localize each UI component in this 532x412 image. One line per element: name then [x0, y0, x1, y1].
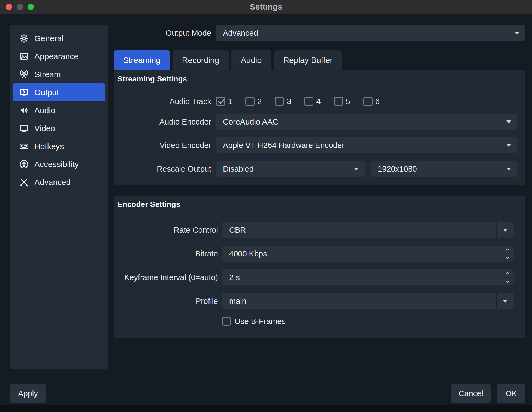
rescale-resolution-select[interactable]: 1920x1080 [371, 161, 517, 177]
rate-control-label: Rate Control [114, 226, 218, 235]
output-mode-row: Output Mode Advanced [114, 25, 525, 41]
antenna-icon [19, 69, 29, 79]
decrement-button[interactable] [501, 254, 514, 262]
sidebar-item-label: Stream [34, 70, 61, 79]
tab-audio[interactable]: Audio [231, 50, 271, 70]
sidebar-item-label: Accessibility [34, 160, 79, 169]
audio-track-6-checkbox[interactable] [363, 97, 373, 106]
increment-button[interactable] [501, 269, 514, 278]
output-tabbar: Streaming Recording Audio Replay Buffer [114, 50, 525, 70]
tab-recording[interactable]: Recording [173, 50, 229, 70]
output-icon [19, 87, 29, 97]
rescale-output-select[interactable]: Disabled [216, 161, 365, 177]
output-mode-select[interactable]: Advanced [216, 25, 525, 41]
keyframe-stepper [501, 269, 514, 285]
tab-label: Recording [182, 56, 219, 65]
audio-track-3-label: 3 [287, 97, 291, 106]
chevron-down-icon [500, 114, 517, 130]
bitrate-row: Bitrate 4000 Kbps [114, 246, 514, 262]
audio-track-5[interactable]: 5 [334, 97, 350, 106]
selected-value: CoreAudio AAC [216, 117, 500, 126]
audio-track-1-checkbox[interactable] [216, 97, 225, 106]
rescale-output-row: Rescale Output Disabled 1920x1080 [114, 161, 517, 177]
profile-label: Profile [114, 297, 218, 306]
sidebar-item-label: Video [34, 124, 55, 133]
cancel-button[interactable]: Cancel [451, 384, 491, 403]
sidebar-item-label: Appearance [34, 52, 78, 61]
decrement-button[interactable] [501, 278, 514, 286]
chevron-down-icon [508, 25, 525, 41]
tab-streaming[interactable]: Streaming [114, 50, 170, 70]
tab-replay-buffer[interactable]: Replay Buffer [274, 50, 342, 70]
chevron-down-icon [496, 293, 514, 309]
audio-track-3[interactable]: 3 [275, 97, 291, 106]
close-button[interactable] [6, 4, 12, 10]
selected-value: Disabled [216, 165, 347, 174]
audio-track-4[interactable]: 4 [304, 97, 321, 106]
bitrate-stepper [501, 246, 514, 262]
audio-track-5-checkbox[interactable] [334, 97, 343, 106]
audio-track-1[interactable]: 1 [216, 97, 232, 106]
bitrate-label: Bitrate [114, 249, 218, 258]
streaming-settings-panel: Streaming Settings Audio Track 1 2 3 [114, 70, 525, 185]
audio-track-2-label: 2 [257, 97, 262, 106]
use-b-frames-checkbox[interactable] [222, 317, 231, 326]
minimize-button[interactable] [17, 4, 23, 10]
window-bottom-edge [0, 405, 532, 412]
audio-track-label: Audio Track [114, 97, 211, 106]
use-b-frames-label: Use B-Frames [235, 317, 286, 326]
settings-window: Settings General Appearance Stream Outpu… [0, 0, 532, 412]
sidebar-item-output[interactable]: Output [13, 83, 105, 101]
rate-control-select[interactable]: CBR [222, 222, 514, 238]
sidebar-item-appearance[interactable]: Appearance [13, 47, 105, 65]
rate-control-row: Rate Control CBR [114, 222, 514, 238]
audio-track-6[interactable]: 6 [363, 97, 380, 106]
sidebar-item-audio[interactable]: Audio [13, 101, 105, 119]
bitrate-input[interactable]: 4000 Kbps [222, 246, 514, 262]
audio-track-2-checkbox[interactable] [245, 97, 255, 106]
audio-track-3-checkbox[interactable] [275, 97, 284, 106]
chevron-down-icon [347, 161, 365, 177]
increment-button[interactable] [501, 246, 514, 254]
chevron-down-icon [500, 137, 517, 153]
apply-button[interactable]: Apply [10, 384, 46, 403]
speaker-icon [19, 105, 29, 115]
sidebar-item-general[interactable]: General [13, 29, 105, 47]
field-value: 2 s [222, 273, 501, 282]
keyframe-interval-input[interactable]: 2 s [222, 269, 514, 285]
selected-value: Apple VT H264 Hardware Encoder [216, 141, 500, 150]
audio-encoder-row: Audio Encoder CoreAudio AAC [114, 114, 517, 130]
audio-track-5-label: 5 [346, 97, 350, 106]
sidebar-item-label: Output [34, 88, 59, 97]
audio-encoder-select[interactable]: CoreAudio AAC [216, 114, 517, 130]
profile-select[interactable]: main [222, 293, 514, 309]
tools-icon [19, 177, 29, 187]
output-mode-label: Output Mode [114, 29, 211, 38]
sidebar-item-hotkeys[interactable]: Hotkeys [13, 137, 105, 155]
gear-icon [19, 34, 29, 43]
sidebar-item-label: Audio [34, 106, 55, 115]
audio-encoder-label: Audio Encoder [114, 117, 211, 126]
audio-track-4-checkbox[interactable] [304, 97, 313, 106]
video-encoder-row: Video Encoder Apple VT H264 Hardware Enc… [114, 137, 517, 153]
sidebar-item-video[interactable]: Video [13, 119, 105, 137]
audio-track-row: Audio Track 1 2 3 4 [114, 96, 517, 106]
selected-value: CBR [222, 226, 496, 235]
keyboard-icon [19, 141, 29, 151]
tab-label: Audio [241, 56, 262, 65]
video-encoder-select[interactable]: Apple VT H264 Hardware Encoder [216, 137, 517, 153]
tab-label: Replay Buffer [283, 56, 332, 65]
audio-track-2[interactable]: 2 [245, 97, 262, 106]
panel-title: Encoder Settings [117, 200, 180, 209]
sidebar-item-accessibility[interactable]: Accessibility [13, 155, 105, 173]
panel-title: Streaming Settings [117, 75, 187, 83]
sidebar-item-stream[interactable]: Stream [13, 65, 105, 83]
selected-value: main [222, 297, 496, 306]
zoom-button[interactable] [28, 4, 34, 10]
use-b-frames-option[interactable]: Use B-Frames [222, 317, 286, 326]
audio-track-1-label: 1 [228, 97, 232, 106]
selected-value: 1920x1080 [371, 165, 500, 174]
ok-button[interactable]: OK [497, 384, 525, 403]
sidebar-item-advanced[interactable]: Advanced [13, 173, 105, 191]
traffic-lights [6, 4, 34, 10]
